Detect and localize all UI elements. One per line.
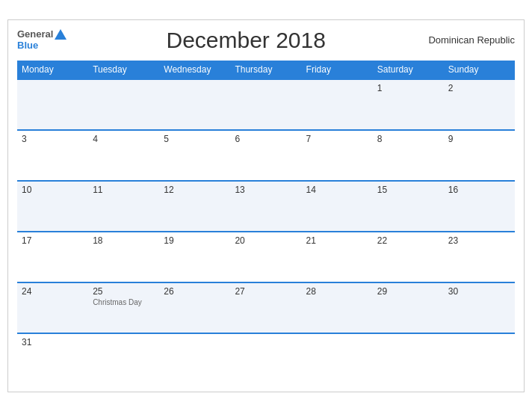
- weekday-header-thursday: Thursday: [230, 61, 301, 79]
- calendar-cell: 16: [444, 181, 515, 232]
- day-number: 19: [164, 235, 226, 246]
- calendar-cell: 31: [17, 333, 88, 384]
- calendar-week-row: 10111213141516: [17, 181, 515, 232]
- day-number: 14: [306, 185, 368, 195]
- day-number: 1: [377, 83, 439, 93]
- calendar-cell: 25Christmas Day: [88, 282, 159, 333]
- day-number: 24: [22, 286, 84, 297]
- month-title: December 2018: [66, 28, 425, 53]
- calendar-table: MondayTuesdayWednesdayThursdayFridaySatu…: [17, 61, 515, 384]
- calendar-cell: [444, 333, 515, 384]
- weekday-header-friday: Friday: [302, 61, 373, 79]
- weekday-header-monday: Monday: [17, 61, 88, 79]
- day-number: 9: [448, 134, 510, 144]
- day-number: 25: [93, 286, 155, 297]
- calendar-cell: 29: [373, 282, 444, 333]
- day-number: 15: [377, 185, 439, 195]
- calendar-cell: 2: [444, 79, 515, 130]
- calendar-cell: [159, 79, 230, 130]
- calendar-cell: 27: [230, 282, 301, 333]
- calendar-cell: [230, 79, 301, 130]
- day-number: 16: [448, 185, 510, 195]
- day-number: 22: [377, 235, 439, 246]
- calendar-cell: 30: [444, 282, 515, 333]
- weekday-header-row: MondayTuesdayWednesdayThursdayFridaySatu…: [17, 61, 515, 79]
- day-number: 29: [377, 286, 439, 297]
- day-number: 18: [93, 235, 155, 246]
- calendar-week-row: 12: [17, 79, 515, 130]
- calendar-cell: [159, 333, 230, 384]
- logo-triangle-icon: [55, 29, 66, 40]
- day-number: 2: [448, 83, 510, 93]
- calendar-cell: [302, 333, 373, 384]
- calendar-week-row: 3456789: [17, 130, 515, 181]
- day-number: 21: [306, 235, 368, 246]
- day-number: 28: [306, 286, 368, 297]
- calendar-week-row: 17181920212223: [17, 232, 515, 282]
- holiday-label: Christmas Day: [93, 298, 155, 306]
- calendar-cell: 17: [17, 232, 88, 282]
- calendar-cell: 22: [373, 232, 444, 282]
- calendar-cell: 24: [17, 282, 88, 333]
- calendar-cell: 19: [159, 232, 230, 282]
- calendar-week-row: 2425Christmas Day2627282930: [17, 282, 515, 333]
- day-number: 26: [164, 286, 226, 297]
- logo: General Blue: [17, 29, 66, 51]
- day-number: 17: [22, 235, 84, 246]
- day-number: 6: [235, 134, 297, 144]
- logo-blue-text: Blue: [17, 40, 38, 51]
- day-number: 11: [93, 185, 155, 195]
- calendar-cell: 12: [159, 181, 230, 232]
- calendar-cell: 21: [302, 232, 373, 282]
- weekday-header-sunday: Sunday: [444, 61, 515, 79]
- calendar-cell: 6: [230, 130, 301, 181]
- calendar-cell: [230, 333, 301, 384]
- day-number: 27: [235, 286, 297, 297]
- calendar-cell: 10: [17, 181, 88, 232]
- calendar-cell: 5: [159, 130, 230, 181]
- day-number: 7: [306, 134, 368, 144]
- calendar-cell: 4: [88, 130, 159, 181]
- weekday-header-tuesday: Tuesday: [88, 61, 159, 79]
- day-number: 8: [377, 134, 439, 144]
- day-number: 10: [22, 185, 84, 195]
- calendar-cell: 23: [444, 232, 515, 282]
- calendar-cell: 8: [373, 130, 444, 181]
- calendar-cell: [302, 79, 373, 130]
- calendar-cell: 9: [444, 130, 515, 181]
- day-number: 23: [448, 235, 510, 246]
- day-number: 13: [235, 185, 297, 195]
- weekday-header-saturday: Saturday: [373, 61, 444, 79]
- calendar-cell: 18: [88, 232, 159, 282]
- day-number: 31: [22, 337, 84, 347]
- calendar-cell: [17, 79, 88, 130]
- country-label: Dominican Republic: [425, 34, 515, 46]
- weekday-header-wednesday: Wednesday: [159, 61, 230, 79]
- calendar-cell: 1: [373, 79, 444, 130]
- day-number: 5: [164, 134, 226, 144]
- calendar-cell: 20: [230, 232, 301, 282]
- day-number: 12: [164, 185, 226, 195]
- calendar-cell: 15: [373, 181, 444, 232]
- calendar-cell: 11: [88, 181, 159, 232]
- day-number: 4: [93, 134, 155, 144]
- calendar-cell: [88, 79, 159, 130]
- calendar-cell: 13: [230, 181, 301, 232]
- day-number: 3: [22, 134, 84, 144]
- calendar-cell: 28: [302, 282, 373, 333]
- calendar-header: General Blue December 2018 Dominican Rep…: [17, 28, 515, 53]
- calendar-cell: 7: [302, 130, 373, 181]
- calendar-cell: 3: [17, 130, 88, 181]
- day-number: 30: [448, 286, 510, 297]
- logo-general-text: General: [17, 29, 53, 40]
- calendar-cell: [88, 333, 159, 384]
- calendar-cell: [373, 333, 444, 384]
- calendar-week-row: 31: [17, 333, 515, 384]
- calendar-container: General Blue December 2018 Dominican Rep…: [7, 19, 525, 392]
- calendar-cell: 26: [159, 282, 230, 333]
- calendar-cell: 14: [302, 181, 373, 232]
- day-number: 20: [235, 235, 297, 246]
